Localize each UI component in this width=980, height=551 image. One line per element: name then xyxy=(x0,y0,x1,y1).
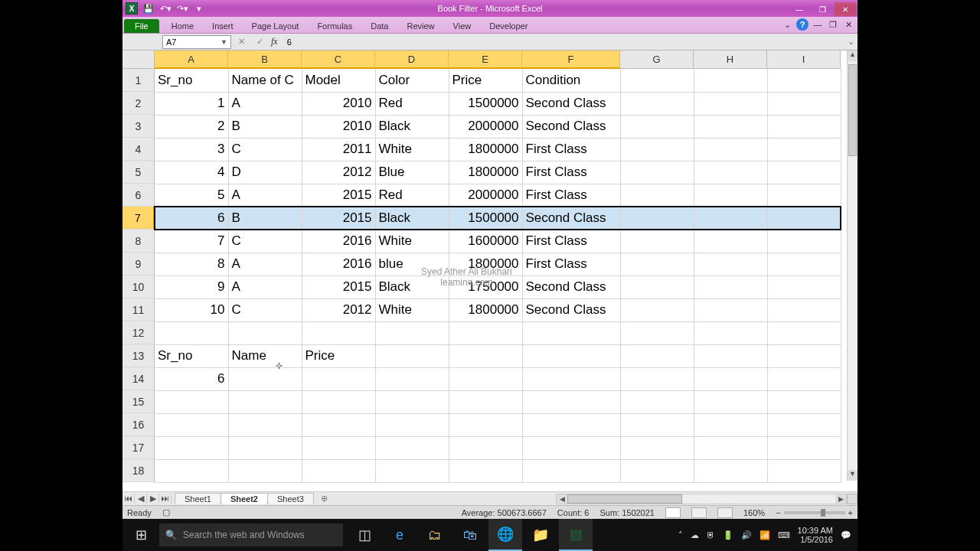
tray-up-icon[interactable]: ˄ xyxy=(678,530,683,540)
row-header-17[interactable]: 17 xyxy=(122,436,155,459)
column-header-I[interactable]: I xyxy=(767,51,841,69)
tab-data[interactable]: Data xyxy=(361,19,397,33)
zoom-level[interactable]: 160% xyxy=(743,508,765,517)
notifications-icon[interactable]: 💬 xyxy=(841,530,851,540)
cell-A15[interactable] xyxy=(155,390,228,413)
page-break-view-button[interactable] xyxy=(717,507,733,518)
close-button[interactable]: ✕ xyxy=(835,2,856,16)
cell-A2[interactable]: 1 xyxy=(155,92,228,115)
start-button[interactable]: ⊞ xyxy=(122,519,159,551)
cell-B9[interactable]: A xyxy=(228,253,302,276)
cell-C15[interactable] xyxy=(302,390,375,413)
cell-I16[interactable] xyxy=(767,413,841,436)
cell-G15[interactable] xyxy=(620,390,694,413)
scroll-left-icon[interactable]: ◀ xyxy=(557,494,567,504)
cell-H2[interactable] xyxy=(694,92,767,115)
cell-G9[interactable] xyxy=(620,253,694,276)
explorer2-icon[interactable]: 📁 xyxy=(524,519,557,551)
store-icon[interactable]: 🛍 xyxy=(453,519,487,551)
cell-I7[interactable] xyxy=(767,207,841,230)
explorer-icon[interactable]: 🗂 xyxy=(418,519,452,551)
cell-E18[interactable] xyxy=(449,459,522,482)
vscroll-thumb[interactable] xyxy=(848,64,857,156)
cell-G10[interactable] xyxy=(620,276,694,298)
cell-A5[interactable]: 4 xyxy=(155,161,228,184)
cell-G16[interactable] xyxy=(620,413,694,436)
cell-I10[interactable] xyxy=(767,276,841,298)
redo-icon[interactable]: ↷▾ xyxy=(176,2,188,15)
cell-F6[interactable]: First Class xyxy=(522,184,620,207)
row-header-16[interactable]: 16 xyxy=(122,413,155,436)
cell-D18[interactable] xyxy=(375,459,449,482)
cell-F10[interactable]: Second Class xyxy=(522,276,620,298)
cell-G17[interactable] xyxy=(620,436,694,459)
cell-D5[interactable]: Blue xyxy=(375,161,449,184)
cell-F15[interactable] xyxy=(522,390,620,413)
cell-C7[interactable]: 2015 xyxy=(302,207,375,230)
scroll-down-icon[interactable]: ▼ xyxy=(848,470,858,481)
cell-G3[interactable] xyxy=(620,115,694,138)
cell-H11[interactable] xyxy=(694,298,767,321)
sheet-nav-first-icon[interactable]: ⏮ xyxy=(122,494,135,504)
cell-I5[interactable] xyxy=(767,161,841,184)
cell-A13[interactable]: Sr_no xyxy=(155,344,228,367)
column-header-G[interactable]: G xyxy=(620,51,694,69)
sheet-nav-last-icon[interactable]: ⏭ xyxy=(159,494,172,504)
undo-icon[interactable]: ↶▾ xyxy=(159,2,172,15)
cell-F3[interactable]: Second Class xyxy=(522,115,620,138)
cell-A3[interactable]: 2 xyxy=(155,115,228,138)
cell-C10[interactable]: 2015 xyxy=(302,276,375,298)
cell-C4[interactable]: 2011 xyxy=(302,138,375,161)
cell-G5[interactable] xyxy=(620,161,694,184)
cell-I11[interactable] xyxy=(767,298,841,321)
cell-E14[interactable] xyxy=(449,367,522,390)
row-header-9[interactable]: 9 xyxy=(122,253,155,276)
cell-A8[interactable]: 7 xyxy=(155,230,228,253)
new-sheet-icon[interactable]: ⊕ xyxy=(318,494,332,504)
cell-B16[interactable] xyxy=(228,413,302,436)
macro-record-icon[interactable]: ▢ xyxy=(162,507,170,517)
battery-icon[interactable]: 🔋 xyxy=(723,530,733,540)
cell-D6[interactable]: Red xyxy=(375,184,449,207)
page-layout-view-button[interactable] xyxy=(691,507,707,518)
cell-C5[interactable]: 2012 xyxy=(302,161,375,184)
row-header-4[interactable]: 4 xyxy=(122,138,155,161)
cell-D17[interactable] xyxy=(375,436,449,459)
cell-H6[interactable] xyxy=(694,184,767,207)
cell-H15[interactable] xyxy=(694,390,767,413)
cell-H17[interactable] xyxy=(694,436,767,459)
cell-B13[interactable]: Name xyxy=(228,344,302,367)
cancel-formula-icon[interactable]: ✕ xyxy=(234,37,248,47)
cell-E5[interactable]: 1800000 xyxy=(449,161,522,184)
sheet-tab-sheet1[interactable]: Sheet1 xyxy=(175,493,221,504)
cell-C1[interactable]: Model xyxy=(302,69,375,92)
row-header-5[interactable]: 5 xyxy=(122,161,155,184)
cell-F7[interactable]: Second Class xyxy=(522,207,620,230)
edge-icon[interactable]: e xyxy=(383,519,416,551)
cell-F16[interactable] xyxy=(522,413,620,436)
cell-I1[interactable] xyxy=(767,69,841,92)
tab-developer[interactable]: Developer xyxy=(480,19,537,33)
tab-home[interactable]: Home xyxy=(162,19,203,33)
cell-A1[interactable]: Sr_no xyxy=(155,69,228,92)
cell-B17[interactable] xyxy=(228,436,302,459)
workbook-minimize-icon[interactable]: — xyxy=(812,18,824,31)
cell-F17[interactable] xyxy=(522,436,620,459)
cell-D16[interactable] xyxy=(375,413,449,436)
cell-C14[interactable] xyxy=(302,367,375,390)
help-icon[interactable]: ? xyxy=(796,18,808,31)
taskbar-clock[interactable]: 10:39 AM 1/5/2016 xyxy=(798,526,833,544)
cell-I9[interactable] xyxy=(767,253,841,276)
cell-D8[interactable]: White xyxy=(375,230,449,253)
row-header-12[interactable]: 12 xyxy=(122,321,155,344)
tab-formulas[interactable]: Formulas xyxy=(308,19,361,33)
cell-F2[interactable]: Second Class xyxy=(522,92,620,115)
fx-icon[interactable]: fx xyxy=(271,36,278,47)
cell-C17[interactable] xyxy=(302,436,375,459)
cell-E6[interactable]: 2000000 xyxy=(449,184,522,207)
cell-I15[interactable] xyxy=(767,390,841,413)
workbook-close-icon[interactable]: ✕ xyxy=(842,18,854,31)
cell-F4[interactable]: First Class xyxy=(522,138,620,161)
cell-C6[interactable]: 2015 xyxy=(302,184,375,207)
cell-B15[interactable] xyxy=(228,390,302,413)
